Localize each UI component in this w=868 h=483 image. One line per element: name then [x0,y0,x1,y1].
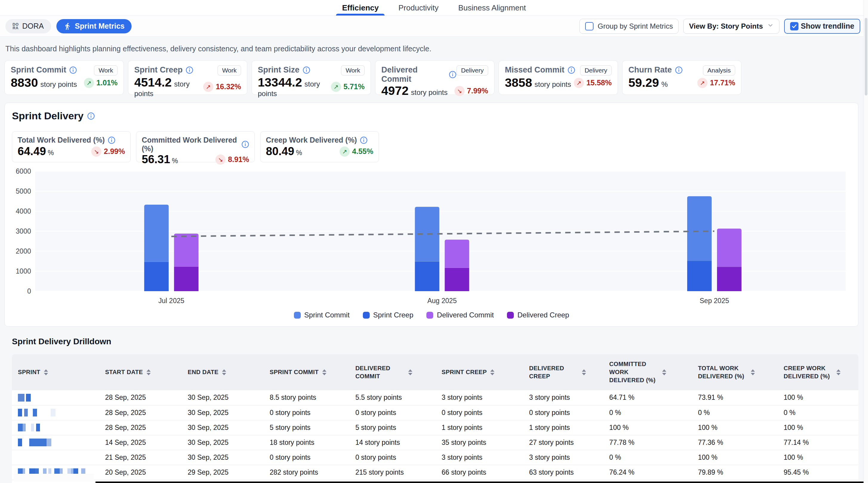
cell-sprint-creep: 0 story points [436,405,523,420]
sort-icon[interactable] [44,369,48,375]
group-by-checkbox[interactable] [585,22,593,30]
cell-total-work-delivered: 79.89 % [692,465,778,480]
trend-value: 1.01% [96,78,118,87]
table-row[interactable]: 28 Sep, 202530 Sep, 20255 story points5 … [12,420,859,435]
table-row[interactable]: 28 Sep, 202530 Sep, 20258.5 story points… [12,390,859,405]
info-icon[interactable] [87,112,95,120]
info-icon[interactable] [567,66,575,74]
toolbar-left: DORA DORA Sprint Metrics [5,19,132,33]
sort-icon[interactable] [582,369,586,375]
metric-card-title: Churn Rate [628,65,683,74]
bar-sprint-commit[interactable] [687,196,712,261]
trend-indicator: ↘2.99% [91,147,125,157]
bar-delivered-creep[interactable] [444,268,469,291]
column-header-start-date[interactable]: Start Date [99,354,182,390]
bar-sprint-creep[interactable] [415,262,439,291]
view-by-selected-value: View By: Story Points [689,22,763,30]
sprint-delivery-chart[interactable]: 0100020003000400050006000Jul 2025Aug 202… [12,166,851,309]
info-icon[interactable] [241,140,249,148]
cell-delivered-creep: 27 story points [523,435,603,450]
cell-end-date: 30 Sep, 2025 [182,405,264,420]
info-icon[interactable] [303,66,310,74]
sort-icon[interactable] [147,369,151,375]
cell-end-date: 30 Sep, 2025 [182,390,264,405]
bar-delivered-creep[interactable] [717,267,742,291]
show-trendline-checkbox[interactable] [790,22,799,30]
info-icon[interactable] [186,66,193,74]
trend-arrow-icon: ↘ [455,86,465,96]
metric-card-sprint-size: Sprint Size Work13344.2story points↗5.71… [251,60,371,95]
tab-business-alignment[interactable]: Business Alignment [457,0,527,15]
legend-swatch [363,312,370,319]
column-header-delivered-creep[interactable]: Delivered Creep [523,354,603,390]
sort-icon[interactable] [836,369,841,375]
info-icon[interactable] [449,71,457,78]
cell-end-date: 30 Sep, 2025 [182,435,264,450]
category-badge: Work [94,65,118,75]
cell-delivered-commit: 14 story points [349,435,436,450]
column-header-sprint[interactable]: Sprint [12,354,99,390]
table-row[interactable]: 20 Sep, 202529 Sep, 2025282 story points… [12,465,859,480]
bar-sprint-creep[interactable] [687,261,712,291]
sort-icon[interactable] [662,369,666,375]
legend-item-sprint-creep[interactable]: Sprint Creep [363,311,413,319]
info-icon[interactable] [675,66,683,74]
legend-item-sprint-commit[interactable]: Sprint Commit [294,311,350,319]
sort-icon[interactable] [322,369,327,375]
legend-item-delivered-creep[interactable]: Delivered Creep [507,311,569,319]
column-header-label: Sprint Creep [442,368,487,376]
tab-productivity[interactable]: Productivity [397,0,439,15]
sort-icon[interactable] [490,369,494,375]
metric-card-missed-commit: Missed Commit Delivery3858story points↗1… [499,60,618,95]
cell-delivered-commit: 5.5 story points [349,390,436,405]
cell-start-date: 20 Sep, 2025 [99,465,182,480]
bar-delivered-creep[interactable] [174,267,198,291]
column-header-creep-work-delivered[interactable]: Creep Work Delivered (%) [778,354,859,390]
metric-value: 3858story points [505,76,571,90]
legend-label: Delivered Creep [518,311,569,319]
bar-delivered-commit[interactable] [174,234,198,267]
bar-sprint-commit[interactable] [144,205,168,262]
cell-sprint [12,420,99,435]
subcard-title: Creep Work Delivered (%) [266,136,373,144]
bar-delivered-commit[interactable] [717,228,742,267]
dora-toggle-button[interactable]: DORA DORA [5,19,51,33]
column-header-committed-work-delivered[interactable]: Committed Work Delivered (%) [603,354,692,390]
metric-value: 13344.2story points [258,75,331,98]
show-trendline-toggle[interactable]: Show trendline [784,19,860,34]
column-header-sprint-commit[interactable]: Sprint Commit [264,354,349,390]
dora-toggle-label: DORA [22,22,44,30]
group-by-sprint-metrics-toggle[interactable]: Group by Sprint Metrics [580,19,679,34]
column-header-total-work-delivered[interactable]: Total Work Delivered (%) [692,354,778,390]
table-row[interactable]: 21 Sep, 202530 Sep, 20250 story points0 … [12,450,859,465]
sort-icon[interactable] [408,369,412,375]
sprint-metrics-toggle-button[interactable]: Sprint Metrics [56,19,132,33]
scrollbar-thumb[interactable] [865,18,867,95]
y-axis-tick-label: 6000 [16,167,31,175]
drilldown-header-row: SprintStart DateEnd DateSprint CommitDel… [12,354,859,390]
metric-card-title: Missed Commit [505,65,575,74]
column-header-delivered-commit[interactable]: Delivered Commit [349,354,436,390]
column-header-end-date[interactable]: End Date [182,354,264,390]
bar-sprint-creep[interactable] [144,262,168,291]
table-row[interactable]: 28 Sep, 202530 Sep, 20250 story points0 … [12,405,859,420]
column-header-sprint-creep[interactable]: Sprint Creep [436,354,523,390]
cell-total-work-delivered: 73.91 % [692,390,778,405]
legend-item-delivered-commit[interactable]: Delivered Commit [426,311,494,319]
info-icon[interactable] [108,136,116,144]
y-axis-tick-label: 5000 [16,187,31,195]
redacted-sprint-name [14,474,94,482]
info-icon[interactable] [360,136,368,144]
tab-efficiency[interactable]: Efficiency [341,0,380,15]
subcard-title: Total Work Delivered (%) [18,136,125,144]
page-scrollbar[interactable] [864,0,868,483]
table-row[interactable]: 14 Sep, 202530 Sep, 202518 story points1… [12,435,859,450]
sort-icon[interactable] [751,369,755,375]
info-icon[interactable] [69,66,77,74]
bar-delivered-commit[interactable] [444,239,469,268]
sort-icon[interactable] [222,369,226,375]
x-axis-label: Jul 2025 [158,297,184,304]
view-by-dropdown[interactable]: View By: Story Points [683,19,779,34]
cell-sprint [12,450,99,465]
bottom-edge-bar [95,482,868,483]
